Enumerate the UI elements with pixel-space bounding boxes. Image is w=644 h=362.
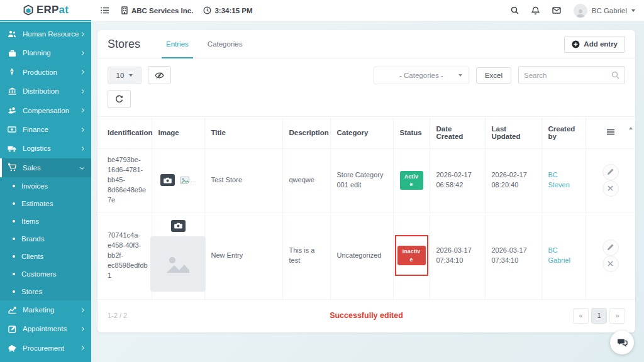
- created-by-link[interactable]: BC Steven: [548, 171, 570, 189]
- page-size-select[interactable]: 10: [108, 67, 142, 84]
- category-filter-select[interactable]: - Categories -: [374, 67, 469, 84]
- col-identification: Identification: [97, 117, 152, 149]
- magnifier-icon[interactable]: [611, 71, 619, 79]
- current-time: 3:34:15 PM: [214, 7, 252, 14]
- sidebar-item-production[interactable]: Production: [0, 63, 91, 82]
- stores-panel: Stores Entries Categories Add entry 10: [97, 30, 635, 332]
- cell-category: Store Category 001 edit: [330, 149, 393, 212]
- search-input[interactable]: [524, 72, 611, 79]
- toggle-columns-button[interactable]: [148, 66, 171, 84]
- sort-caret-icon[interactable]: [629, 127, 633, 129]
- table-footer: 1-2 / 2 Successfully edited « 1 »: [97, 300, 635, 332]
- sidebar-item-customers[interactable]: Customers: [0, 265, 91, 283]
- brand-logo[interactable]: ERPat: [0, 0, 91, 21]
- mail-icon[interactable]: [552, 7, 561, 14]
- pagination: « 1 »: [570, 308, 625, 324]
- created-by-link[interactable]: BC Gabriel: [548, 246, 570, 264]
- sidebar-item-stores[interactable]: Stores: [0, 283, 91, 300]
- pen-tool-icon: [7, 68, 17, 76]
- refresh-icon: [115, 95, 123, 103]
- cell-status: Active: [393, 149, 430, 212]
- delete-button[interactable]: [602, 256, 619, 272]
- user-avatar: [574, 4, 587, 18]
- chevron-right-icon: [80, 308, 84, 312]
- cell-description: qweqwe: [282, 149, 330, 212]
- chevron-down-icon: [631, 9, 635, 12]
- cell-category: Uncategorized: [330, 212, 393, 299]
- sidebar-item-appointments[interactable]: Appointments: [0, 319, 91, 338]
- table-row: 70741c4a-e458-40f3-bb2f-ec8598edfdb1: [97, 212, 635, 299]
- chevron-down-icon: [458, 74, 462, 77]
- cell-actions: [586, 212, 635, 299]
- prev-page-button[interactable]: «: [573, 308, 589, 324]
- columns-menu-icon[interactable]: [606, 129, 615, 136]
- sidebar-item-clients[interactable]: Clients: [0, 248, 91, 265]
- hand-coins-icon: [7, 107, 17, 114]
- sidebar-item-invoices[interactable]: Invoices: [0, 177, 91, 195]
- search-box: [518, 66, 625, 84]
- sidebar-item-human-resource[interactable]: Human Resource: [0, 25, 91, 43]
- camera-icon[interactable]: [160, 174, 175, 186]
- tab-entries[interactable]: Entries: [157, 30, 198, 58]
- chevron-right-icon: [80, 32, 84, 36]
- image-placeholder-icon: [150, 236, 206, 292]
- sidebar-item-marketing[interactable]: Marketing: [0, 300, 91, 319]
- sidebar-item-compensation[interactable]: Compensation: [0, 101, 91, 120]
- chevron-right-icon: [80, 89, 84, 94]
- close-x-icon: [608, 185, 613, 191]
- cell-status: Inactive: [393, 212, 430, 299]
- table-row: be4793be-16d6-4781-bb45-8d66e48e9e7e: [97, 149, 635, 212]
- briefcase-icon: [7, 50, 17, 57]
- brand-name: ERPat: [36, 4, 69, 16]
- refresh-button[interactable]: [108, 90, 131, 108]
- user-menu[interactable]: BC Gabriel: [574, 4, 635, 18]
- sidebar-item-sales[interactable]: Sales: [0, 158, 91, 177]
- sidebar-item-planning[interactable]: Planning: [0, 43, 91, 62]
- pencil-icon: [607, 168, 614, 175]
- bell-icon[interactable]: [531, 6, 540, 15]
- panel-header: Stores Entries Categories Add entry: [97, 30, 635, 58]
- cart-icon: [7, 163, 17, 172]
- bullet-icon: [13, 290, 15, 293]
- next-page-button[interactable]: »: [609, 308, 625, 324]
- col-actions[interactable]: [586, 117, 635, 149]
- sidebar-toggle-icon[interactable]: [100, 6, 109, 14]
- sidebar-item-distribution[interactable]: Distribution: [0, 82, 91, 101]
- tab-categories[interactable]: Categories: [198, 30, 252, 58]
- flash-message: Successfully edited: [97, 311, 635, 320]
- search-icon[interactable]: [511, 6, 519, 14]
- add-entry-button[interactable]: Add entry: [564, 36, 625, 53]
- sidebar-item-items[interactable]: Items: [0, 212, 91, 230]
- chevron-right-icon: [80, 128, 84, 132]
- cell-image: …: [152, 149, 204, 212]
- delete-button[interactable]: [602, 180, 619, 197]
- sidebar-item-brands[interactable]: Brands: [0, 230, 91, 248]
- col-image: Image: [152, 117, 204, 149]
- cell-last-updated: 2026-03-17 07:34:10: [485, 212, 541, 299]
- table-toolbar: 10 - Categories - Excel: [97, 58, 635, 108]
- excel-export-button[interactable]: Excel: [476, 67, 511, 84]
- building-icon: [121, 6, 128, 14]
- chevron-right-icon: [80, 346, 84, 350]
- col-status: Status: [393, 117, 430, 149]
- chevron-right-icon: [80, 327, 84, 331]
- sidebar-item-estimates[interactable]: Estimates: [0, 195, 91, 212]
- page-title: Stores: [108, 38, 140, 51]
- status-badge: Inactive: [397, 246, 426, 265]
- chat-button[interactable]: [610, 331, 634, 354]
- bullet-icon: [13, 185, 15, 187]
- edit-button[interactable]: [602, 239, 619, 256]
- status-badge: Active: [400, 171, 423, 190]
- edit-button[interactable]: [602, 164, 619, 180]
- sidebar-item-procurement[interactable]: Procurement: [0, 339, 91, 358]
- cell-created-by: BC Gabriel: [541, 212, 586, 299]
- tab-bar: Entries Categories: [157, 30, 252, 58]
- sidebar-item-finance[interactable]: Finance: [0, 120, 91, 139]
- sales-submenu: Invoices Estimates Items Brands Clients …: [0, 177, 91, 300]
- cell-date-created: 2026-02-17 06:58:42: [430, 149, 485, 212]
- chart-line-icon: [7, 306, 17, 314]
- sidebar-item-logistics[interactable]: Logistics: [0, 139, 91, 158]
- cell-identification: be4793be-16d6-4781-bb45-8d66e48e9e7e: [97, 149, 152, 212]
- camera-icon[interactable]: [171, 220, 186, 232]
- page-number-button[interactable]: 1: [591, 308, 607, 324]
